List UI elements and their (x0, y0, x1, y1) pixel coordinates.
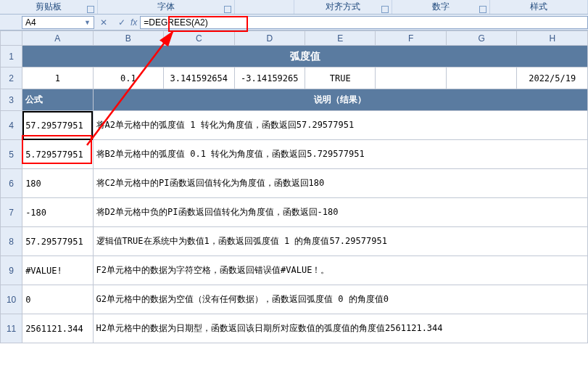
cell-A8[interactable]: 57.29577951 (22, 227, 93, 256)
cell-desc[interactable]: G2单元格中的数据为空值（没有任何数据），函数返回弧度值 0 的角度值0 (93, 285, 587, 314)
cell-A2[interactable]: 1 (22, 68, 93, 89)
cell-G2[interactable] (446, 68, 516, 89)
row-header[interactable]: 2 (1, 68, 22, 89)
cell-A11[interactable]: 2561121.344 (22, 314, 93, 343)
row-header[interactable]: 7 (1, 198, 22, 227)
ribbon-group-label: 对齐方式 (326, 1, 360, 12)
cell-formula-header[interactable]: 公式 (22, 89, 93, 111)
name-box-value: A4 (25, 17, 84, 28)
row-header[interactable]: 5 (1, 140, 22, 169)
cell-E2[interactable]: TRUE (305, 68, 376, 89)
ribbon-group-empty[interactable] (235, 0, 294, 14)
col-header-A[interactable]: A (22, 31, 93, 46)
col-header-D[interactable]: D (234, 31, 305, 46)
cell-desc[interactable]: F2单元格中的数据为字符空格，函数返回错误值#VALUE！。 (93, 256, 587, 285)
cell-desc[interactable]: H2单元格中的数据为日期型，函数返回该日期所对应数值的弧度值的角度值256112… (93, 314, 587, 343)
expand-icon[interactable] (381, 6, 389, 13)
row-header[interactable]: 4 (1, 111, 22, 140)
row-8: 8 57.29577951 逻辑值TRUE在系统中为数值1，函数返回弧度值 1 … (1, 227, 588, 256)
cell-A4[interactable]: 57.29577951 (22, 111, 93, 140)
cell-desc[interactable]: 将D2单元格中负的PI函数返回值转化为角度值，函数返回-180 (93, 198, 587, 227)
ribbon-group-font[interactable]: 字体 (98, 0, 235, 14)
row-header[interactable]: 11 (1, 314, 22, 343)
spreadsheet-grid[interactable]: A B C D E F G H 1 弧度值 2 1 0.1 3.14159265… (0, 30, 588, 368)
row-header[interactable]: 9 (1, 256, 22, 285)
name-box[interactable]: A4 ▼ (22, 16, 94, 29)
formula-bar-input[interactable]: =DEGREES(A2) (140, 16, 588, 29)
cell-A6[interactable]: 180 (22, 169, 93, 198)
expand-icon[interactable] (224, 6, 231, 13)
cell-A9[interactable]: #VALUE! (22, 256, 93, 285)
col-header-G[interactable]: G (446, 31, 516, 46)
col-header-C[interactable]: C (164, 31, 234, 46)
ribbon-group-label: 字体 (157, 1, 175, 12)
formula-buttons: ✕ ✓ (94, 17, 131, 28)
row-5: 5 5.729577951 将B2单元格中的弧度值 0.1 转化为角度值，函数返… (1, 140, 588, 169)
col-header-B[interactable]: B (93, 31, 163, 46)
row-11: 11 2561121.344 H2单元格中的数据为日期型，函数返回该日期所对应数… (1, 314, 588, 343)
row-3: 3 公式 说明（结果） (1, 89, 588, 111)
ribbon-group-number[interactable]: 数字 (392, 0, 490, 14)
select-all-corner[interactable] (1, 31, 22, 46)
ribbon-group-style[interactable]: 样式 (490, 0, 588, 14)
column-header-row: A B C D E F G H (1, 31, 588, 46)
cell-desc[interactable]: 将B2单元格中的弧度值 0.1 转化为角度值，函数返回5.729577951 (93, 140, 587, 169)
row-9: 9 #VALUE! F2单元格中的数据为字符空格，函数返回错误值#VALUE！。 (1, 256, 588, 285)
row-4: 4 57.29577951 将A2单元格中的弧度值 1 转化为角度值，函数返回5… (1, 111, 588, 140)
row-header[interactable]: 1 (1, 46, 22, 68)
ribbon-group-label: 样式 (530, 1, 547, 12)
row-header[interactable]: 6 (1, 169, 22, 198)
cell-D2[interactable]: -3.14159265 (234, 68, 305, 89)
row-7: 7 -180 将D2单元格中负的PI函数返回值转化为角度值，函数返回-180 (1, 198, 588, 227)
expand-icon[interactable] (479, 6, 486, 13)
cell-F2[interactable] (376, 68, 446, 89)
cell-C2[interactable]: 3.141592654 (164, 68, 234, 89)
cell-desc[interactable]: 将C2单元格中的PI函数返回值转化为角度值，函数返回180 (93, 169, 587, 198)
cell-B2[interactable]: 0.1 (93, 68, 163, 89)
sheet-table: A B C D E F G H 1 弧度值 2 1 0.1 3.14159265… (0, 30, 588, 343)
cell-A10[interactable]: 0 (22, 285, 93, 314)
cell-desc[interactable]: 将A2单元格中的弧度值 1 转化为角度值，函数返回57.29577951 (93, 111, 587, 140)
ribbon-group-clipboard[interactable]: 剪贴板 (0, 0, 98, 14)
row-header[interactable]: 3 (1, 89, 22, 111)
col-header-E[interactable]: E (305, 31, 376, 46)
enter-icon[interactable]: ✓ (118, 17, 125, 28)
dropdown-icon[interactable]: ▼ (84, 19, 91, 26)
fx-icon[interactable]: fx (131, 17, 137, 28)
formula-bar-row: A4 ▼ ✕ ✓ fx =DEGREES(A2) (0, 15, 588, 30)
cancel-icon[interactable]: ✕ (100, 17, 107, 28)
row-header[interactable]: 10 (1, 285, 22, 314)
cell-desc[interactable]: 逻辑值TRUE在系统中为数值1，函数返回弧度值 1 的角度值57.2957795… (93, 227, 587, 256)
row-1: 1 弧度值 (1, 46, 588, 68)
row-2: 2 1 0.1 3.141592654 -3.14159265 TRUE 202… (1, 68, 588, 89)
expand-icon[interactable] (87, 6, 94, 13)
row-header[interactable]: 8 (1, 227, 22, 256)
ribbon-group-label: 数字 (432, 1, 450, 12)
ribbon-groups: 剪贴板 字体 对齐方式 数字 样式 (0, 0, 588, 15)
cell-H2[interactable]: 2022/5/19 (517, 68, 588, 89)
cell-desc-header[interactable]: 说明（结果） (93, 89, 587, 111)
ribbon-group-align[interactable]: 对齐方式 (294, 0, 392, 14)
col-header-H[interactable]: H (517, 31, 588, 46)
cell-A5[interactable]: 5.729577951 (22, 140, 93, 169)
title-cell[interactable]: 弧度值 (22, 46, 588, 68)
row-6: 6 180 将C2单元格中的PI函数返回值转化为角度值，函数返回180 (1, 169, 588, 198)
row-10: 10 0 G2单元格中的数据为空值（没有任何数据），函数返回弧度值 0 的角度值… (1, 285, 588, 314)
ribbon-group-label: 剪贴板 (36, 1, 62, 12)
cell-A7[interactable]: -180 (22, 198, 93, 227)
formula-bar-value: =DEGREES(A2) (144, 17, 207, 28)
col-header-F[interactable]: F (376, 31, 446, 46)
